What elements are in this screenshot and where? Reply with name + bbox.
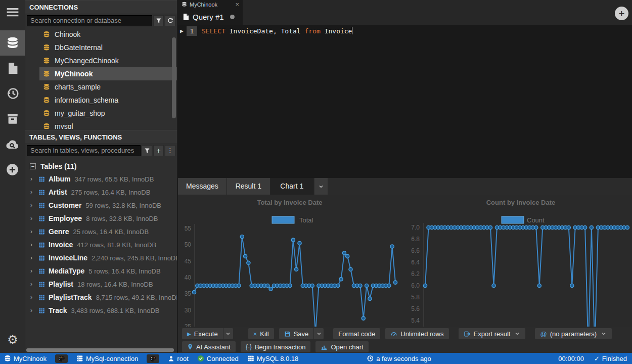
menu-button[interactable]	[0, 0, 25, 24]
sql-editor[interactable]: ▶ 1 SELECT InvoiceDate, Total from Invoi…	[178, 25, 632, 178]
check-circle-icon	[197, 355, 204, 362]
rail-item-archive[interactable]	[0, 106, 25, 131]
tab-result-1[interactable]: Result 1	[227, 178, 270, 195]
connection-item[interactable]: information_schema	[25, 94, 177, 107]
save-button[interactable]: Save	[279, 328, 314, 339]
chevron-right-icon: ›	[30, 228, 38, 235]
palette-icon	[58, 355, 65, 362]
table-icon	[38, 268, 45, 275]
table-grid-icon	[247, 355, 254, 362]
svg-text:30: 30	[185, 307, 192, 314]
database-icon	[43, 97, 50, 104]
new-tab-button[interactable]: +	[615, 7, 628, 20]
rail-item-cloud-search[interactable]	[0, 131, 25, 157]
tab-messages[interactable]: Messages	[178, 178, 227, 195]
format-code-button[interactable]: Format code	[333, 328, 380, 339]
database-icon	[43, 44, 50, 51]
svg-text:Count by Invoice Date: Count by Invoice Date	[486, 199, 556, 206]
connection-item[interactable]: my_guitar_shop	[25, 107, 177, 120]
execute-dropdown-button[interactable]	[223, 328, 233, 339]
connections-filter-button[interactable]	[153, 15, 164, 26]
status-connection[interactable]: MySql-connection	[76, 355, 138, 362]
connection-item[interactable]: Chinook	[25, 28, 177, 41]
tables-horizontal-scrollbar[interactable]	[26, 348, 174, 352]
connection-item-selected[interactable]: MyChinook	[39, 67, 177, 80]
table-row[interactable]: ›Artist275 rows, 16.4 KB, InnoDB	[25, 186, 177, 199]
play-icon: ▶	[187, 331, 191, 337]
query-toolbar: ▶Execute ×Kill Save Format code Unlimite…	[178, 327, 632, 353]
tables-add-button[interactable]: +	[153, 145, 164, 156]
chevron-down-icon	[225, 331, 231, 337]
refresh-icon	[167, 18, 173, 24]
result-tabs-dropdown-button[interactable]	[314, 178, 328, 195]
ai-assistant-button[interactable]: AI Assistant	[182, 341, 236, 352]
table-icon	[38, 176, 45, 183]
table-row[interactable]: ›Employee8 rows, 32.8 KB, InnoDB	[25, 212, 177, 225]
rail-item-files[interactable]	[0, 56, 25, 81]
table-row[interactable]: ›InvoiceLine2,240 rows, 245.8 KB, InnoDB	[25, 251, 177, 264]
begin-transaction-button[interactable]: {‑}Begin transaction	[241, 341, 310, 352]
connection-item[interactable]: DbGateInternal	[25, 41, 177, 54]
table-icon	[38, 255, 45, 261]
dbgate-app: ⚙ CONNECTIONS Chinook DbGateInternal MyC…	[0, 0, 632, 364]
open-chart-button[interactable]: Open chart	[315, 341, 368, 352]
export-result-button[interactable]: Export result	[459, 328, 526, 339]
table-row[interactable]: ›Track3,483 rows, 688.1 KB, InnoDB	[25, 304, 177, 317]
table-row[interactable]: ›PlaylistTrack8,715 rows, 49.2 KB, InnoD…	[25, 291, 177, 304]
line-number: 1	[187, 26, 197, 36]
hamburger-icon	[6, 7, 19, 17]
funnel-icon	[144, 148, 150, 154]
connection-item[interactable]: mysql	[25, 120, 177, 129]
export-icon	[464, 331, 471, 337]
rail-item-history[interactable]	[0, 81, 25, 106]
close-icon[interactable]: ×	[235, 2, 239, 7]
table-row[interactable]: ›MediaType5 rows, 16.4 KB, InnoDB	[25, 264, 177, 278]
connection-color-button[interactable]	[147, 354, 159, 363]
table-row[interactable]: ›Album347 rows, 65.5 KB, InnoDB	[25, 172, 177, 186]
connection-item[interactable]: charts_sample	[25, 80, 177, 94]
status-bar: MyChinook MySql-connection root Connecte…	[0, 353, 632, 364]
tables-group-row[interactable]: − Tables (11)	[25, 160, 177, 172]
table-row[interactable]: ›Invoice412 rows, 81.9 KB, InnoDB	[25, 238, 177, 251]
rail-item-database[interactable]	[0, 30, 25, 56]
run-line-icon[interactable]: ▶	[178, 28, 187, 34]
save-dropdown-button[interactable]	[313, 328, 324, 339]
table-row[interactable]: ›Playlist18 rows, 16.4 KB, InnoDB	[25, 278, 177, 291]
database-color-button[interactable]	[55, 354, 68, 363]
tables-menu-button[interactable]: ⋮	[165, 145, 175, 156]
tab-query-1[interactable]: Query #1	[178, 9, 243, 25]
close-icon: ×	[253, 330, 257, 338]
connection-item[interactable]: MyChangedChinook	[25, 54, 177, 67]
tab-strip: MyChinook × Query #1 +	[178, 0, 632, 25]
unlimited-rows-button[interactable]: Unlimited rows	[385, 328, 448, 339]
kill-button[interactable]: ×Kill	[248, 328, 274, 339]
execute-button[interactable]: ▶Execute	[182, 328, 223, 339]
pin-icon	[187, 343, 193, 350]
table-row[interactable]: ›Genre25 rows, 16.4 KB, InnoDB	[25, 225, 177, 238]
parameters-button[interactable]: @(no parameters)	[535, 328, 612, 339]
svg-text:6.2: 6.2	[411, 270, 420, 278]
database-icon	[4, 355, 11, 362]
tables-filter-button[interactable]	[142, 145, 152, 156]
connections-panel: CONNECTIONS Chinook DbGateInternal MyCha…	[25, 0, 177, 130]
table-row[interactable]: ›Customer59 rows, 32.8 KB, InnoDB	[25, 199, 177, 212]
svg-text:25: 25	[185, 323, 192, 327]
tab-group-caption[interactable]: MyChinook ×	[178, 0, 243, 9]
connections-refresh-button[interactable]	[165, 15, 175, 26]
status-database[interactable]: MyChinook	[4, 355, 47, 362]
text-cursor	[352, 27, 352, 34]
collapse-icon: −	[30, 163, 36, 169]
chevron-down-icon	[316, 331, 322, 337]
table-icon	[38, 242, 45, 248]
tab-chart-1[interactable]: Chart 1	[270, 178, 314, 195]
connections-scrollbar[interactable]	[172, 37, 176, 118]
funnel-icon	[156, 18, 162, 24]
tab-block: MyChinook × Query #1	[178, 0, 243, 25]
rail-item-add-connection[interactable]	[0, 157, 25, 182]
settings-button[interactable]: ⚙	[0, 333, 25, 347]
connections-search-input[interactable]	[27, 15, 152, 26]
database-icon	[43, 70, 50, 77]
svg-text:35: 35	[185, 290, 192, 297]
left-panel: CONNECTIONS Chinook DbGateInternal MyCha…	[25, 0, 178, 353]
tables-search-input[interactable]	[27, 145, 141, 156]
